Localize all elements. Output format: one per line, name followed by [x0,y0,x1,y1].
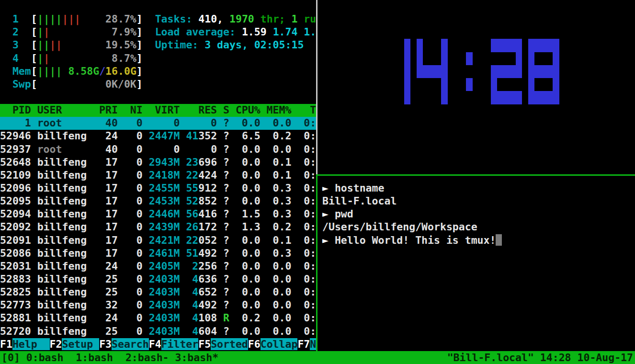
fkey-f6-button[interactable]: F6 [248,338,261,350]
clock-digit-cell [404,78,410,91]
clock-digit-cell [435,65,441,79]
clock-digit-cell [497,91,503,104]
clock-digit-cell [510,65,516,79]
clock-digit-cell [441,65,447,79]
window-tab-3[interactable]: 3:bash* [175,352,218,364]
process-row: 52095 billfeng 17 0 2453M 52852 ? 0.0 0.… [0,195,318,208]
fkey-f4-button[interactable]: F4 [149,338,161,350]
process-row: 52825 billfeng 25 0 2403M 4652 ? 0.0 0.0… [0,286,318,299]
clock-digit-cell [516,39,522,52]
clock-digit-cell [516,52,522,66]
clock-digit-cell [541,91,547,104]
fkey-f7-label[interactable]: N [310,338,316,350]
tmux-screen: 1 [||||||| 28.7%] Tasks: 410, 1970 thr; … [0,0,635,364]
clock-digit-cell [441,91,447,104]
cpu-meter-2: 2 [|| 7.9%] Load average: 1.59 1.74 1. [0,26,318,39]
fkey-f3-button[interactable]: F3 [99,338,112,350]
clock-digit-cell [404,65,410,79]
process-row: 52773 billfeng 32 0 2403M 4492 ? 0.0 0.0… [0,299,318,312]
process-row: 52094 billfeng 17 0 2446M 56416 ? 1.5 0.… [0,208,318,221]
shell-pane[interactable]: ► hostnameBill-F.local► pwd/Users/billfe… [322,182,634,247]
clock-digit-cell [516,91,522,104]
clock-digit-cell [528,39,534,52]
window-tab-2[interactable]: 2:bash- [125,352,169,364]
clock-digit-cell [510,91,516,104]
cpu-meter-3: 3 [|||| 19.5%] Uptime: 3 days, 02:05:15 [0,39,318,52]
clock-digit-cell [466,78,472,91]
fkey-f2-button[interactable]: F2 [50,338,62,350]
clock-digit-cell [534,91,541,104]
process-row: 52091 billfeng 17 0 2421M 22052 ? 0.0 0.… [0,234,318,247]
clock-digit-cell [541,65,547,79]
fkey-f5-label[interactable]: Sorted [211,338,248,350]
process-row-selected: 1 root 40 0 0 0 ? 0.0 0.0 0: [0,117,318,130]
process-row: 52109 billfeng 17 0 2418M 22424 ? 0.0 0.… [0,169,318,182]
status-left-windows: [0] 0:bash 1:bash 2:bash- 3:bash* [0,351,218,364]
fkey-f5-button[interactable]: F5 [198,338,211,350]
cpu-meter-1: 1 [||||||| 28.7%] Tasks: 410, 1970 thr; … [0,13,318,26]
clock-digit-cell [553,39,559,52]
text-cursor [496,234,502,246]
clock-digit-cell [528,91,534,104]
blank-line [0,0,318,13]
window-tab-1[interactable]: 1:bash [76,352,113,364]
clock-digit-cell [528,78,534,91]
pane-divider-vertical-active[interactable] [316,174,318,351]
process-row: 52883 billfeng 25 0 2403M 4636 ? 0.0 0.0… [0,273,318,286]
clock-digit-cell [546,39,553,52]
clock-digit-cell [491,91,497,104]
session-name: [0] [1,352,26,364]
clock-digit-cell [541,39,547,52]
clock-digit-cell [553,52,559,66]
clock-digit-cell [466,52,472,66]
shell-command-line: ► pwd [322,208,634,221]
clock-digit-cell [516,65,522,79]
clock-digit-cell [528,65,534,79]
process-row: 52096 billfeng 17 0 2455M 55912 ? 0.0 0.… [0,182,318,195]
window-tab-0[interactable]: 0:bash [26,352,64,364]
shell-output-line: /Users/billfeng/Workspace [322,221,634,234]
clock-digit-cell [553,91,559,104]
clock-digit-cell [404,91,410,104]
fkey-f1-label[interactable]: Help [12,338,50,350]
clock-digit-cell [423,65,429,79]
clock-digit-cell [441,52,447,66]
blank-line [0,91,318,104]
clock-digit-cell [546,65,553,79]
process-row: 52031 billfeng 24 0 2405M 2256 ? 0.0 0.0… [0,260,318,273]
clock-digit-cell [491,65,497,79]
clock-digit-cell [441,39,447,52]
status-right-host-time: "Bill-F.local" 14:28 10-Aug-17 [447,351,635,364]
fkey-f6-label[interactable]: Collap [261,338,298,350]
htop-pane[interactable]: 1 [||||||| 28.7%] Tasks: 410, 1970 thr; … [0,0,318,351]
fkey-f2-label[interactable]: Setup [62,338,99,350]
process-row: 52720 billfeng 25 0 2403M 4604 ? 0.0 0.0… [0,325,318,338]
clock-digit-cell [404,52,410,66]
pane-divider-vertical[interactable] [316,0,318,174]
clock-pane[interactable] [318,0,635,174]
process-table-header: PID USER PRI NI VIRT RES S CPU% MEM% T [0,104,318,117]
process-row: 52086 billfeng 17 0 2461M 51492 ? 0.0 0.… [0,247,318,260]
swap-meter: Swp[ 0K/0K] [0,78,318,91]
clock-digit-cell [553,78,559,91]
clock-digit-cell [491,39,497,52]
process-row: 52092 billfeng 17 0 2439M 26172 ? 1.3 0.… [0,221,318,234]
clock-digit-cell [417,39,423,52]
process-row: 52648 billfeng 17 0 2943M 23696 ? 0.0 0.… [0,156,318,169]
fkey-f4-label[interactable]: Filter [161,338,199,350]
clock-digit-cell [503,91,510,104]
fkey-f1-button[interactable]: F1 [0,338,12,350]
pane-divider-horizontal-active[interactable] [318,174,635,176]
memory-meter: Mem[|||| 8.58G/16.0G] [0,65,318,78]
clock-digit-cell [503,39,510,52]
cpu-meter-4: 4 [|| 8.7%] [0,52,318,65]
clock-digit-cell [553,65,559,79]
clock-digit-cell [497,39,503,52]
clock-digit-cell [441,78,447,91]
process-row: 52881 billfeng 24 0 2403M 4108 R 0.2 0.0… [0,312,318,325]
fkey-f3-label[interactable]: Search [112,338,149,350]
clock-digit-cell [503,65,510,79]
fkey-f7-button[interactable]: F7 [297,338,310,350]
clock-digit-cell [417,65,423,79]
shell-output-line: Bill-F.local [322,195,634,208]
